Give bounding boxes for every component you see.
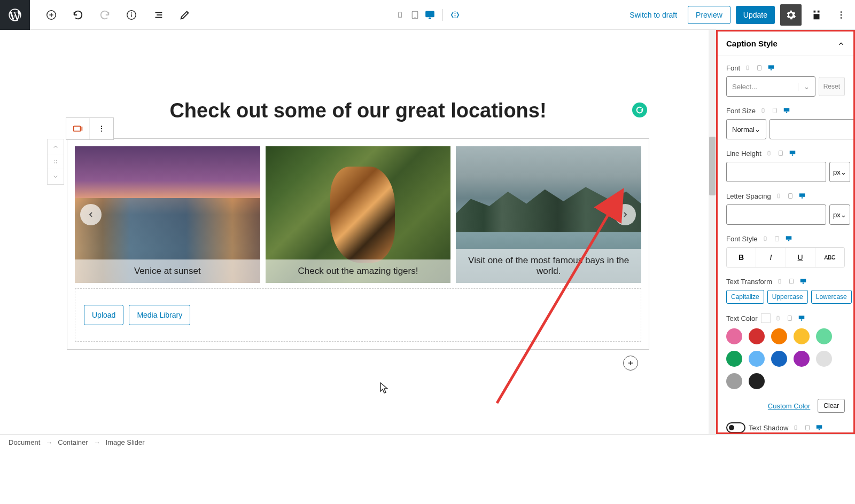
tablet-icon[interactable] [755,64,764,72]
mobile-icon[interactable] [791,423,800,432]
lowercase-button[interactable]: Lowercase [811,290,852,304]
media-library-button[interactable]: Media Library [129,305,190,325]
mobile-icon[interactable] [774,192,783,200]
drag-handle-icon[interactable] [48,154,64,169]
preview-button[interactable]: Preview [688,6,730,24]
mobile-icon[interactable] [775,277,784,286]
svg-rect-44 [788,194,792,199]
font-size-select[interactable]: Normal ⌄ [726,119,766,139]
page-heading[interactable]: Check out some of our great locations! [67,99,649,122]
breadcrumb-item[interactable]: Image Slider [106,438,145,446]
capitalize-button[interactable]: Capitalize [726,290,764,304]
color-swatch[interactable] [749,328,765,344]
add-block-after-button[interactable] [623,356,638,371]
desktop-icon[interactable] [799,277,807,286]
slider-next-button[interactable] [615,204,636,225]
wordpress-logo[interactable] [0,0,30,30]
image-slider-block[interactable]: Venice at sunset Check out the amazing t… [67,138,649,350]
tablet-icon[interactable] [786,192,795,200]
text-shadow-toggle[interactable] [726,422,745,433]
italic-button[interactable]: I [756,248,786,267]
update-button[interactable]: Update [736,6,775,24]
line-height-input[interactable] [726,162,826,182]
uppercase-button[interactable]: Uppercase [767,290,808,304]
tablet-icon[interactable] [773,234,781,243]
list-view-icon[interactable] [149,5,168,25]
block-mover[interactable] [47,139,64,185]
font-size-input[interactable] [770,119,855,139]
color-swatch[interactable] [726,328,742,344]
clear-color-button[interactable]: Clear [818,399,845,413]
strikethrough-button[interactable]: ABC [815,248,844,267]
color-swatch[interactable] [749,373,765,389]
mobile-icon[interactable] [765,149,773,158]
block-type-icon[interactable] [66,118,90,139]
more-options-icon[interactable] [831,5,851,25]
tablet-icon[interactable] [771,106,779,115]
desktop-device-icon[interactable] [424,9,436,21]
bold-button[interactable]: B [727,248,756,267]
desktop-icon[interactable] [797,314,806,322]
slide-item[interactable]: Venice at sunset [75,146,260,283]
tablet-icon[interactable] [803,423,812,432]
move-down-icon[interactable] [48,169,64,184]
desktop-icon[interactable] [815,423,823,432]
tablet-icon[interactable] [786,314,794,322]
breadcrumb-item[interactable]: Document [9,438,40,446]
desktop-icon[interactable] [788,149,797,158]
color-swatch[interactable] [794,328,810,344]
switch-to-draft-button[interactable]: Switch to draft [624,7,682,22]
settings-button[interactable] [780,4,802,26]
move-up-icon[interactable] [48,139,64,154]
color-swatch[interactable] [726,351,742,367]
color-swatch[interactable] [749,351,765,367]
plugin-icon[interactable] [807,5,826,25]
breadcrumb-item[interactable]: Container [58,438,88,446]
undo-icon[interactable] [68,5,88,25]
mobile-icon[interactable] [743,64,752,72]
svg-rect-40 [779,151,782,156]
underline-button[interactable]: U [786,248,815,267]
font-select[interactable]: Select... ⌄ [726,76,815,97]
letter-spacing-label: Letter Spacing [726,192,771,200]
scrollbar-thumb[interactable] [709,137,716,195]
tablet-device-icon[interactable] [409,9,421,21]
color-swatch[interactable] [816,351,832,367]
color-swatch[interactable] [771,328,787,344]
desktop-icon[interactable] [798,192,806,200]
tablet-icon[interactable] [776,149,785,158]
letter-spacing-unit-select[interactable]: px⌄ [829,204,850,225]
mobile-icon[interactable] [761,234,770,243]
slide-item[interactable]: Visit one of the most famous bays in the… [456,146,641,283]
desktop-icon[interactable] [784,234,793,243]
upload-button[interactable]: Upload [84,305,123,325]
color-swatch[interactable] [816,328,832,344]
color-swatch[interactable] [794,351,810,367]
letter-spacing-input[interactable] [726,204,826,225]
redo-icon[interactable] [95,5,114,25]
block-more-icon[interactable] [90,118,113,139]
svg-rect-24 [73,126,80,131]
chevron-down-icon: ⌄ [798,83,810,91]
font-reset-button[interactable]: Reset [819,77,845,96]
desktop-icon[interactable] [767,64,775,72]
slide-item[interactable]: Check out the amazing tigers! [266,146,451,283]
line-height-unit-select[interactable]: px⌄ [829,162,850,182]
slider-prev-button[interactable] [80,204,102,225]
color-swatch[interactable] [771,351,787,367]
grammarly-icon[interactable] [632,103,647,117]
responsive-toggle-icon[interactable] [449,9,461,21]
mobile-icon[interactable] [759,106,767,115]
tablet-icon[interactable] [787,277,796,286]
add-block-icon[interactable] [42,5,61,25]
info-icon[interactable] [122,5,141,25]
canvas-scrollbar[interactable] [709,30,716,434]
custom-color-link[interactable]: Custom Color [768,402,810,410]
mobile-icon[interactable] [774,314,782,322]
desktop-icon[interactable] [782,106,791,115]
color-swatch[interactable] [726,373,742,389]
caption-style-panel-toggle[interactable]: Caption Style [718,32,853,56]
mobile-device-icon[interactable] [394,9,406,21]
edit-icon[interactable] [175,5,195,25]
editor-canvas[interactable]: Check out some of our great locations! [0,30,716,434]
